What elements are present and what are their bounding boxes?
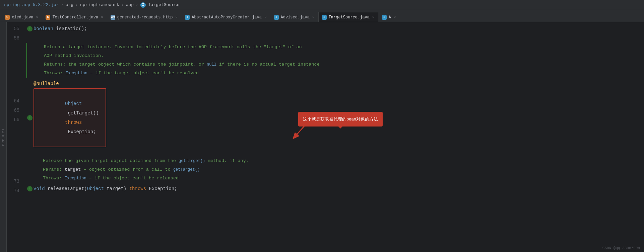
close-tab-advised[interactable]: ×: [312, 15, 315, 19]
doc-line-1: Return a target instance. Invoked immedi…: [44, 43, 644, 52]
code-content: ↓ boolean isStatic(); Return a target in…: [23, 22, 644, 252]
doc-line-7: Throws: Exception – if the object can't …: [43, 174, 644, 183]
doc-line-5: Release the given target object obtained…: [43, 157, 644, 165]
breadcrumb-file[interactable]: TargetSource: [148, 2, 180, 7]
close-tab-test[interactable]: ×: [101, 15, 103, 19]
code-line-64: @Nullable: [26, 79, 644, 88]
doc-line-4: Throws: Exception – if the target object…: [44, 69, 644, 78]
doc-line-3: Returns: the target object which contain…: [44, 60, 644, 69]
project-panel: Project: [0, 22, 7, 252]
breadcrumb-aop[interactable]: aop: [126, 2, 134, 7]
close-tab-targetsource[interactable]: ×: [372, 15, 375, 19]
tab-targetsource[interactable]: I TargetSource.java ×: [318, 12, 378, 22]
tab-icon-advised: I: [274, 15, 279, 20]
code-line-66: [26, 147, 644, 157]
tab-icon-api: API: [111, 15, 115, 20]
doc-line-2: AOP method invocation.: [44, 52, 644, 60]
doc-block-releasetarget: Release the given target object obtained…: [26, 157, 644, 183]
breadcrumb-springframework[interactable]: springframework: [80, 2, 119, 7]
code-line-74: [26, 193, 644, 203]
tooltip-bubble: 这个就是获取被代理的bean对象的方法: [298, 112, 383, 127]
tab-abstract[interactable]: I AbstractAutoProxyCreator.java ×: [181, 12, 270, 22]
close-tab-extra[interactable]: ×: [394, 15, 396, 19]
tab-extra[interactable]: I A ×: [378, 12, 400, 22]
tab-generated[interactable]: API generated-requests.http ×: [107, 12, 181, 22]
close-tab-generated[interactable]: ×: [176, 15, 178, 19]
interface-icon: I: [140, 2, 146, 8]
code-line-56: [26, 33, 644, 43]
breadcrumb-bar: spring-aop-5.3.22.jar › org › springfram…: [0, 0, 644, 10]
gutter-icon-65: ↓: [27, 115, 33, 120]
watermark: CSDN @qq_33987908: [602, 246, 640, 250]
line-numbers: 55 56 64 65 66 73 74: [7, 22, 23, 252]
doc-block-gettarget: Return a target instance. Invoked immedi…: [26, 43, 644, 78]
gutter-icon-73: ↓: [27, 186, 33, 191]
tab-icon-targetsource: I: [322, 15, 327, 20]
gutter-icon-55: ↓: [27, 26, 33, 31]
tab-icon-test: C: [46, 15, 50, 20]
tab-advised[interactable]: I Advised.java ×: [270, 12, 318, 22]
tab-icon-xied: C: [5, 15, 10, 20]
tab-bar: C xied.java × C TestController.java × AP…: [0, 10, 644, 22]
code-editor[interactable]: 55 56 64 65 66 73 74: [7, 22, 644, 252]
doc-line-6: Params: target – object obtained from a …: [43, 165, 644, 174]
tab-icon-abstract: I: [185, 15, 190, 20]
code-line-55: ↓ boolean isStatic();: [26, 24, 644, 33]
project-label: Project: [1, 128, 5, 146]
tab-xied[interactable]: C xied.java ×: [1, 12, 42, 22]
tab-icon-extra: I: [382, 15, 387, 20]
editor-area: Project 55 56 64 65 66 73 74: [0, 22, 644, 252]
breadcrumb-org[interactable]: org: [66, 2, 73, 7]
breadcrumb-jar[interactable]: spring-aop-5.3.22.jar: [4, 2, 59, 7]
code-line-73: ↓ void releaseTarget( Object target) thr…: [26, 184, 644, 193]
close-tab-xied[interactable]: ×: [36, 15, 39, 19]
highlight-line-65: Object getTarget() throws Exception;: [34, 88, 106, 147]
close-tab-abstract[interactable]: ×: [264, 15, 267, 19]
tab-testcontroller[interactable]: C TestController.java ×: [42, 12, 107, 22]
